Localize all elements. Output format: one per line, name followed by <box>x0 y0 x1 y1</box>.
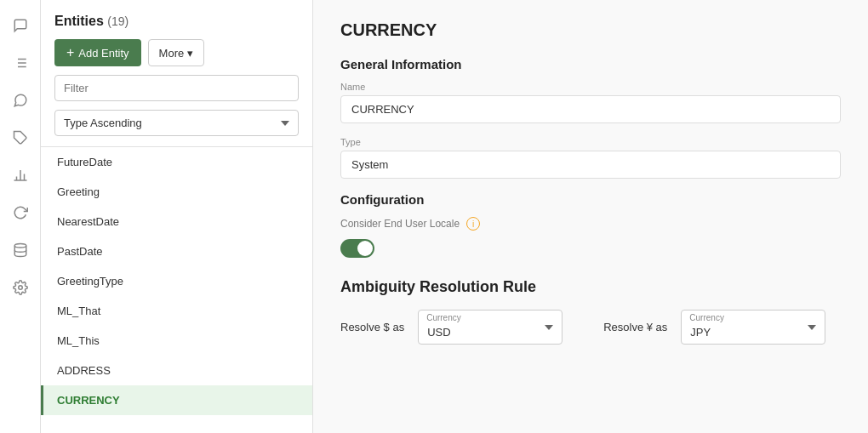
end-user-locale-toggle[interactable] <box>340 239 374 258</box>
name-field-group: Name CURRENCY <box>340 82 841 123</box>
resolve-yen-label: Resolve ¥ as <box>603 321 667 333</box>
add-entity-label: Add Entity <box>78 47 128 60</box>
svg-point-11 <box>14 244 26 248</box>
list-item[interactable]: FutureDate <box>41 147 312 177</box>
configuration-title: Configuration <box>340 192 841 207</box>
type-field-group: Type System <box>340 137 841 179</box>
refresh-icon[interactable] <box>9 201 32 225</box>
plus-icon: + <box>66 45 74 60</box>
general-info-title: General Information <box>340 57 841 71</box>
sort-icon[interactable] <box>9 51 32 75</box>
list-item[interactable]: NearestDate <box>41 207 312 236</box>
name-label: Name <box>340 82 841 92</box>
dollar-currency-wrapper: Currency USD EUR GBP JPY CAD AUD <box>418 310 562 345</box>
list-item[interactable]: ML_That <box>41 296 312 326</box>
chart-icon[interactable] <box>9 163 32 187</box>
main-content: CURRENCY General Information Name CURREN… <box>313 0 868 433</box>
entity-panel-actions: + Add Entity More ▾ <box>54 39 299 66</box>
type-label: Type <box>340 137 841 147</box>
entity-count: (19) <box>107 14 128 28</box>
entities-label: Entities <box>54 14 104 28</box>
icon-sidebar <box>0 0 41 433</box>
tag-icon[interactable] <box>9 126 32 150</box>
resolve-row: Resolve $ as Currency USD EUR GBP JPY CA… <box>340 310 841 345</box>
list-item[interactable]: PastDate <box>41 236 312 266</box>
entity-panel-title: Entities (19) <box>54 14 299 29</box>
name-value: CURRENCY <box>340 95 841 123</box>
page-title: CURRENCY <box>340 20 841 40</box>
entity-panel-header: Entities (19) + Add Entity More ▾ Type A… <box>41 0 312 147</box>
filter-input[interactable] <box>54 75 299 101</box>
svg-point-12 <box>18 286 22 290</box>
more-label: More <box>159 47 185 60</box>
toggle-container <box>340 239 841 258</box>
entity-list: FutureDate Greeting NearestDate PastDate… <box>41 147 312 433</box>
list-item-currency[interactable]: CURRENCY <box>41 385 312 415</box>
dollar-currency-label: Currency <box>426 313 461 322</box>
yen-currency-label: Currency <box>689 313 724 322</box>
list-item[interactable]: ML_This <box>41 326 312 356</box>
list-item[interactable]: ADDRESS <box>41 356 312 385</box>
yen-currency-wrapper: Currency JPY USD EUR GBP CNY <box>681 310 825 345</box>
list-item[interactable]: GreetingType <box>41 266 312 296</box>
end-user-locale-label: Consider End User Locale <box>340 218 460 230</box>
info-icon[interactable]: i <box>466 217 480 231</box>
comment-icon[interactable] <box>9 88 32 112</box>
list-item[interactable]: Greeting <box>41 177 312 207</box>
add-entity-button[interactable]: + Add Entity <box>54 39 141 66</box>
settings-icon[interactable] <box>9 276 32 299</box>
resolve-dollar-label: Resolve $ as <box>340 321 404 333</box>
chat-icon[interactable] <box>9 14 32 37</box>
more-button[interactable]: More ▾ <box>148 39 205 66</box>
general-info-section: General Information Name CURRENCY Type S… <box>340 57 841 179</box>
ambiguity-title: Ambiguity Resolution Rule <box>340 278 841 296</box>
sort-dropdown[interactable]: Type Ascending Type Descending Name Asce… <box>54 110 299 136</box>
end-user-locale-row: Consider End User Locale i <box>340 217 841 231</box>
database-icon[interactable] <box>9 238 32 262</box>
type-value: System <box>340 151 841 179</box>
configuration-section: Configuration Consider End User Locale i <box>340 192 841 258</box>
ambiguity-section: Ambiguity Resolution Rule Resolve $ as C… <box>340 278 841 345</box>
chevron-down-icon: ▾ <box>187 47 193 60</box>
entity-panel: Entities (19) + Add Entity More ▾ Type A… <box>41 0 313 433</box>
